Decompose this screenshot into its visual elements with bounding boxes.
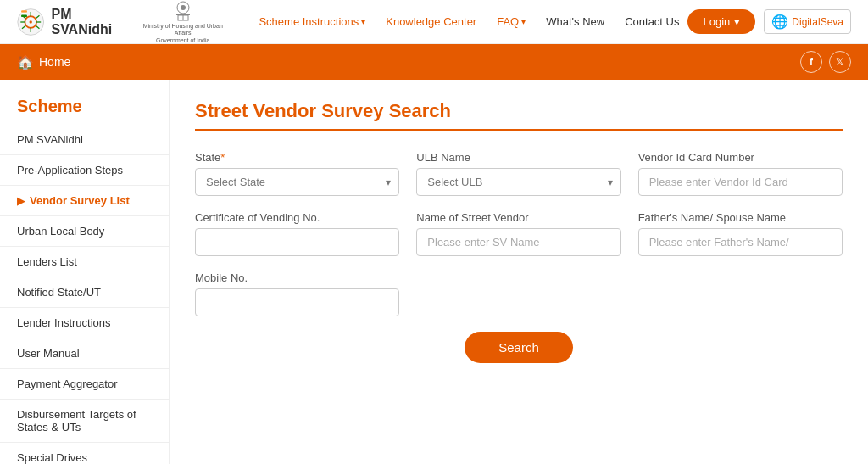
search-btn-container: Search xyxy=(195,332,843,363)
sidebar-item-payment-aggregator[interactable]: Payment Aggregator xyxy=(0,369,169,400)
mobile-input[interactable] xyxy=(195,288,399,316)
father-name-label: Father's Name/ Spouse Name xyxy=(638,211,843,224)
vendor-id-label: Vendor Id Card Number xyxy=(638,151,843,164)
ulb-select[interactable]: Select ULB xyxy=(416,168,620,196)
mobile-label: Mobile No. xyxy=(195,271,399,284)
ministry-subtext: Government of India xyxy=(156,37,209,44)
nav-contact-us[interactable]: Contact Us xyxy=(616,10,687,33)
form-group-state: State* Select State ▾ xyxy=(195,151,399,196)
chevron-down-icon: ▾ xyxy=(521,17,526,26)
search-button[interactable]: Search xyxy=(465,332,573,363)
digital-seva-link[interactable]: 🌐 DigitalSeva xyxy=(764,9,851,34)
digital-seva-icon: 🌐 xyxy=(771,14,788,30)
ulb-label: ULB Name xyxy=(416,151,620,164)
state-label: State* xyxy=(195,151,399,164)
ulb-select-wrapper: Select ULB ▾ xyxy=(416,168,620,196)
breadcrumb-home-label[interactable]: Home xyxy=(39,55,70,69)
chevron-down-icon: ▾ xyxy=(734,15,740,28)
svg-rect-13 xyxy=(21,14,27,17)
form-group-father-name: Father's Name/ Spouse Name xyxy=(638,211,843,256)
state-select-wrapper: Select State ▾ xyxy=(195,168,399,196)
nav-scheme-instructions[interactable]: Scheme Instructions ▾ xyxy=(250,10,374,33)
sidebar-item-disbursement-targets[interactable]: Disbursement Targets of States & UTs xyxy=(0,400,169,443)
state-select[interactable]: Select State xyxy=(195,168,399,196)
twitter-icon[interactable]: 𝕏 xyxy=(829,51,851,73)
father-name-input[interactable] xyxy=(638,228,843,256)
form-group-mobile: Mobile No. xyxy=(195,271,399,316)
nav-links: Scheme Instructions ▾ Knowledge Center F… xyxy=(250,10,687,33)
sv-name-input[interactable] xyxy=(416,228,620,256)
nav-whats-new[interactable]: What's New xyxy=(537,10,613,33)
form-area: Street Vendor Survey Search State* Selec… xyxy=(170,80,868,464)
svg-rect-11 xyxy=(21,10,27,13)
sidebar-item-lender-instructions[interactable]: Lender Instructions xyxy=(0,308,169,338)
brand-logo: PM SVANidhi xyxy=(17,6,124,38)
main-content: Scheme PM SVANidhi Pre-Application Steps… xyxy=(0,80,868,464)
form-row-2: Certificate of Vending No. Name of Stree… xyxy=(195,211,843,256)
form-group-cert: Certificate of Vending No. xyxy=(195,211,399,256)
form-group-sv-name: Name of Street Vendor xyxy=(416,211,620,256)
social-icons: f 𝕏 xyxy=(800,51,851,73)
sv-name-label: Name of Street Vendor xyxy=(416,211,620,224)
sidebar-item-urban-local-body[interactable]: Urban Local Body xyxy=(0,216,169,247)
home-icon: 🏠 xyxy=(17,54,34,70)
cert-input[interactable] xyxy=(195,228,399,256)
brand-icon xyxy=(17,6,44,38)
sidebar-title: Scheme xyxy=(0,97,169,125)
sidebar-item-vendor-survey[interactable]: ▶ Vendor Survey List xyxy=(0,186,169,216)
brand-name: PM SVANidhi xyxy=(51,7,124,37)
sidebar: Scheme PM SVANidhi Pre-Application Steps… xyxy=(0,80,170,464)
form-row-1: State* Select State ▾ ULB Name Select UL… xyxy=(195,151,843,196)
form-title: Street Vendor Survey Search xyxy=(195,100,843,122)
svg-rect-12 xyxy=(21,12,27,14)
sidebar-item-notified-state[interactable]: Notified State/UT xyxy=(0,277,169,308)
ministry-emblem-icon xyxy=(171,0,195,23)
ministry-text: Ministry of Housing and Urban Affairs xyxy=(141,23,225,37)
sidebar-item-pm-svanidhi[interactable]: PM SVANidhi xyxy=(0,125,169,155)
navbar: PM SVANidhi Ministry of Housing and Urba… xyxy=(0,0,868,44)
breadcrumb-bar: 🏠 Home f 𝕏 xyxy=(0,44,868,80)
sidebar-item-lenders-list[interactable]: Lenders List xyxy=(0,247,169,277)
facebook-icon[interactable]: f xyxy=(800,51,822,73)
chevron-down-icon: ▾ xyxy=(361,17,365,26)
spacer-1 xyxy=(416,271,620,316)
form-row-3: Mobile No. xyxy=(195,271,843,316)
form-divider xyxy=(195,129,843,131)
sidebar-item-pre-application[interactable]: Pre-Application Steps xyxy=(0,155,169,186)
active-arrow-icon: ▶ xyxy=(17,195,25,207)
svg-point-15 xyxy=(181,5,186,10)
sidebar-item-user-manual[interactable]: User Manual xyxy=(0,338,169,369)
vendor-id-input[interactable] xyxy=(638,168,843,196)
nav-knowledge-center[interactable]: Knowledge Center xyxy=(377,10,485,33)
cert-label: Certificate of Vending No. xyxy=(195,211,399,224)
spacer-2 xyxy=(638,271,843,316)
login-button[interactable]: Login ▾ xyxy=(687,9,755,34)
nav-faq[interactable]: FAQ ▾ xyxy=(488,10,534,33)
ministry-logo: Ministry of Housing and Urban Affairs Go… xyxy=(141,0,225,44)
breadcrumb: 🏠 Home xyxy=(17,54,70,70)
sidebar-item-special-drives[interactable]: Special Drives xyxy=(0,443,169,464)
form-group-ulb: ULB Name Select ULB ▾ xyxy=(416,151,620,196)
form-group-vendor-id: Vendor Id Card Number xyxy=(638,151,843,196)
svg-point-2 xyxy=(30,20,32,23)
